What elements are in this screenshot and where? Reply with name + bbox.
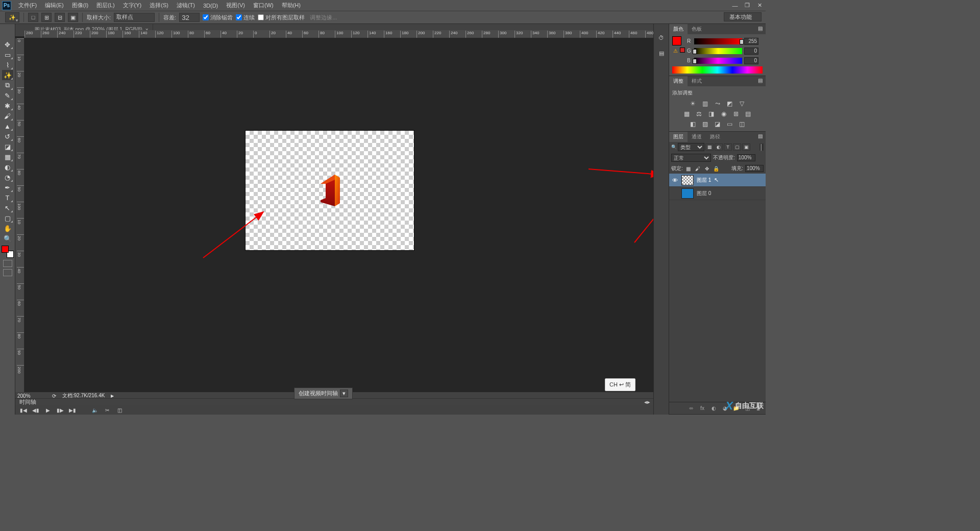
- r-slider[interactable]: [694, 38, 742, 44]
- lock-position-icon[interactable]: ✥: [703, 165, 710, 172]
- layer-mask-icon[interactable]: ◐: [709, 405, 718, 412]
- menu-view[interactable]: 视图(V): [222, 0, 249, 11]
- layer-row[interactable]: 👁 图层 1 ↖: [669, 174, 766, 187]
- menu-edit[interactable]: 编辑(E): [41, 0, 68, 11]
- timeline-collapse-icon[interactable]: ◂▸: [644, 399, 650, 405]
- foreground-swatch[interactable]: [672, 36, 681, 45]
- menu-window[interactable]: 窗口(W): [249, 0, 278, 11]
- status-info-icon[interactable]: ⟳: [52, 393, 56, 399]
- eraser-tool[interactable]: ◪: [2, 141, 13, 152]
- create-video-timeline-button[interactable]: 创建视频时间轴 ▾: [294, 388, 353, 399]
- sample-size-select[interactable]: 取样点: [114, 13, 155, 22]
- pen-tool[interactable]: ✒: [2, 182, 13, 192]
- maximize-button[interactable]: ❐: [741, 0, 753, 11]
- gradient-map-icon[interactable]: ▭: [725, 120, 734, 128]
- layer-row[interactable]: 图层 0: [669, 187, 766, 200]
- panel-menu-icon[interactable]: ▤: [755, 132, 766, 142]
- layer-thumbnail[interactable]: [681, 175, 694, 185]
- vibrance-icon[interactable]: ▽: [738, 100, 747, 108]
- color-lookup-icon[interactable]: ▤: [744, 110, 753, 118]
- timeline-play-icon[interactable]: ▶: [44, 407, 52, 413]
- selection-subtract-icon[interactable]: ⊟: [55, 13, 65, 22]
- hand-tool[interactable]: ✋: [2, 223, 13, 233]
- brightness-icon[interactable]: ☀: [689, 100, 698, 108]
- minimize-button[interactable]: —: [729, 0, 741, 11]
- current-tool-icon[interactable]: ✨: [5, 12, 19, 22]
- filter-smart-icon[interactable]: ▣: [742, 143, 750, 151]
- b-slider[interactable]: [694, 58, 742, 64]
- timeline-split-icon[interactable]: ✂: [103, 407, 111, 413]
- timeline-prev-icon[interactable]: ◀▮: [32, 407, 40, 413]
- workspace-selector[interactable]: 基本功能: [724, 12, 762, 21]
- selection-add-icon[interactable]: ⊞: [41, 13, 52, 22]
- panel-menu-icon[interactable]: ▤: [755, 76, 766, 86]
- g-value[interactable]: 0: [744, 47, 758, 55]
- tab-color[interactable]: 颜色: [669, 24, 688, 34]
- selection-new-icon[interactable]: □: [28, 13, 38, 22]
- gamut-color-icon[interactable]: [680, 47, 685, 53]
- menu-filter[interactable]: 滤镜(T): [173, 0, 199, 11]
- hue-icon[interactable]: ▦: [682, 110, 692, 118]
- foreground-color[interactable]: [2, 246, 9, 253]
- brush-tool[interactable]: 🖌: [2, 111, 13, 121]
- magic-wand-tool[interactable]: ✨: [2, 70, 13, 80]
- history-panel-icon[interactable]: ⏱: [656, 33, 667, 42]
- menu-file[interactable]: 文件(F): [14, 0, 41, 11]
- layer-name[interactable]: 图层 1: [697, 177, 711, 184]
- timeline-transition-icon[interactable]: ◫: [115, 407, 124, 413]
- color-balance-icon[interactable]: ⚖: [695, 110, 704, 118]
- timeline-panel-tab[interactable]: 时间轴 ◂▸: [15, 398, 653, 405]
- posterize-icon[interactable]: ▨: [701, 120, 710, 128]
- panel-menu-icon[interactable]: ▤: [755, 24, 766, 34]
- threshold-icon[interactable]: ◪: [713, 120, 722, 128]
- timeline-first-icon[interactable]: ▮◀: [19, 407, 28, 413]
- layer-fx-icon[interactable]: fx: [698, 405, 706, 412]
- ruler-vertical[interactable]: 0102030405060708090100102030405060708090…: [15, 38, 24, 393]
- tab-adjustments[interactable]: 调整: [669, 76, 688, 86]
- opacity-input[interactable]: 100%: [737, 154, 755, 161]
- channel-mixer-icon[interactable]: ⊞: [731, 110, 741, 118]
- all-layers-checkbox[interactable]: 对所有图层取样: [258, 14, 305, 21]
- canvas-viewport[interactable]: [24, 38, 653, 393]
- layer-thumbnail[interactable]: [681, 188, 694, 199]
- selection-intersect-icon[interactable]: ▣: [68, 13, 78, 22]
- clone-stamp-tool[interactable]: ▲: [2, 121, 13, 131]
- timeline-audio-icon[interactable]: 🔈: [91, 407, 99, 413]
- color-swatches[interactable]: [2, 246, 14, 258]
- menu-type[interactable]: 文字(Y): [119, 0, 146, 11]
- r-value[interactable]: 255: [744, 38, 758, 45]
- photo-filter-icon[interactable]: ◉: [719, 110, 728, 118]
- zoom-level[interactable]: 200%: [17, 393, 46, 399]
- menu-select[interactable]: 选择(S): [145, 0, 173, 11]
- menu-help[interactable]: 帮助(H): [278, 0, 305, 11]
- history-brush-tool[interactable]: ↺: [2, 131, 13, 141]
- tab-paths[interactable]: 路径: [706, 132, 724, 142]
- b-value[interactable]: 0: [744, 57, 758, 64]
- properties-panel-icon[interactable]: ▤: [656, 49, 667, 58]
- blend-mode-select[interactable]: 正常: [671, 154, 711, 162]
- link-layers-icon[interactable]: ⬄: [687, 405, 695, 412]
- chevron-down-icon[interactable]: ▾: [340, 390, 348, 397]
- crop-tool[interactable]: ⧉: [2, 80, 13, 90]
- healing-brush-tool[interactable]: ✱: [2, 101, 13, 111]
- tab-styles[interactable]: 样式: [688, 76, 706, 86]
- antialias-checkbox[interactable]: 消除锯齿: [203, 14, 233, 21]
- g-slider[interactable]: [694, 48, 742, 54]
- filter-pixel-icon[interactable]: ▦: [705, 143, 714, 151]
- layer-name[interactable]: 图层 0: [697, 190, 711, 197]
- filter-toggle[interactable]: │: [760, 143, 764, 151]
- filter-adjust-icon[interactable]: ◐: [715, 143, 723, 151]
- zoom-tool[interactable]: 🔍: [2, 233, 13, 244]
- marquee-tool[interactable]: ▭: [2, 50, 13, 60]
- gamut-warning-icon[interactable]: ⚠: [672, 48, 678, 54]
- type-tool[interactable]: T: [2, 192, 13, 203]
- gradient-tool[interactable]: ▦: [2, 152, 13, 162]
- filter-type-icon[interactable]: T: [724, 143, 732, 151]
- contiguous-checkbox[interactable]: 连续: [236, 14, 255, 21]
- color-spectrum[interactable]: [672, 66, 763, 74]
- bw-icon[interactable]: ◨: [707, 110, 716, 118]
- lock-all-icon[interactable]: 🔒: [713, 165, 720, 172]
- timeline-next-icon[interactable]: ▮▶: [56, 407, 64, 413]
- path-selection-tool[interactable]: ↖: [2, 203, 13, 213]
- fill-input[interactable]: 100%: [745, 165, 764, 172]
